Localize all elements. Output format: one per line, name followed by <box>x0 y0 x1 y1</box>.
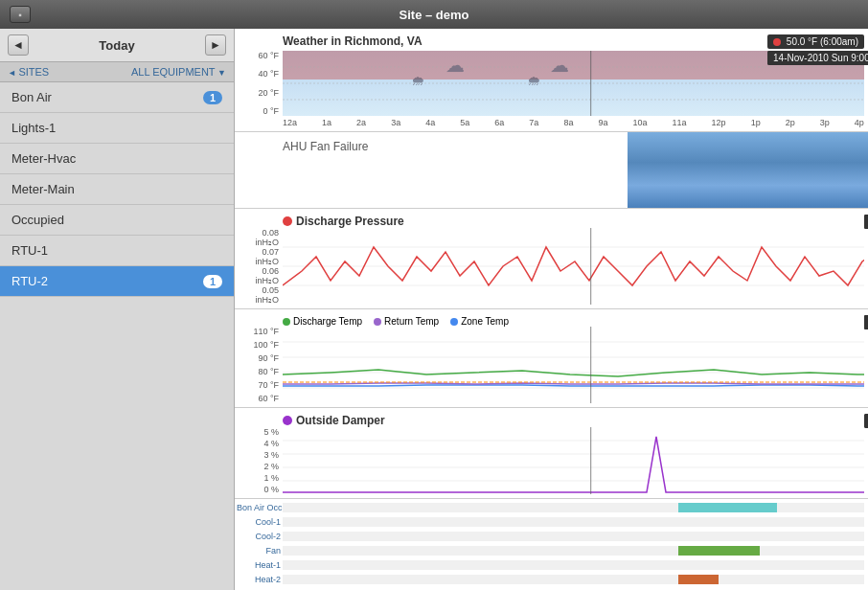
window-icon: ▪ <box>18 10 22 20</box>
tooltip-temp: 50.0 °F (6:00am) <box>767 34 864 49</box>
schedule-bar-container <box>283 517 864 527</box>
schedule-bar-container <box>283 532 864 541</box>
tooltip-damper-time: 14-Nov-2010 Sun 9:00:25am EST <box>864 414 868 428</box>
sidebar-header: SITES ALL EQUIPMENT <box>0 62 234 82</box>
schedule-bar-container <box>283 546 864 556</box>
discharge-pressure-svg <box>283 228 864 305</box>
svg-rect-1 <box>283 51 864 79</box>
schedule-bars: Bon Air OccupiedCool-1Cool-2FanHeat-1Hea… <box>283 501 864 586</box>
schedule-row-label: Heat-1 <box>237 560 281 570</box>
ahu-blue-bar <box>628 132 868 208</box>
sidebar-item-badge: 1 <box>203 91 222 104</box>
schedule-bar-container <box>283 560 864 570</box>
schedule-row-label: Cool-2 <box>237 532 281 541</box>
legend-return-temp: Return Temp <box>374 316 439 327</box>
tooltip-dp-time: 14-Nov-2010 Sun 9:00:25am EST <box>864 215 868 229</box>
sites-link[interactable]: SITES <box>8 66 49 78</box>
schedule-section: Bon Air OccupiedCool-1Cool-2FanHeat-1Hea… <box>235 499 868 590</box>
weather-chart-section: Weather in Richmond, VA 50.0 °F (6:00am)… <box>235 29 868 132</box>
schedule-row-3: Fan <box>283 544 864 557</box>
ahu-label: AHU Fan Failure <box>283 140 368 153</box>
svg-rect-15 <box>283 327 864 403</box>
sidebar-item-label: Occupied <box>11 213 64 227</box>
window-button[interactable]: ▪ <box>10 6 31 23</box>
schedule-bar-container <box>283 503 864 512</box>
sidebar-item-occupied[interactable]: Occupied <box>0 205 234 236</box>
damper-y-axis: 5 % 4 % 3 % 2 % 1 % 0 % <box>237 427 281 494</box>
sidebar-item-bon-air[interactable]: Bon Air1 <box>0 82 234 113</box>
sidebar-item-label: Meter-Hvac <box>11 151 76 166</box>
sidebar-item-label: Meter-Main <box>11 182 75 196</box>
outside-damper-section: Outside Damper 5.0 % 14-Nov-2010 Sun 9:0… <box>235 408 868 499</box>
sidebar-item-label: RTU-1 <box>11 243 48 258</box>
schedule-row-0: Bon Air Occupied <box>283 501 864 514</box>
sidebar-item-badge: 1 <box>203 275 222 288</box>
temp-y-axis: 110 °F 100 °F 90 °F 80 °F 70 °F 60 °F <box>237 327 281 403</box>
weather-y-axis: 60 °F 40 °F 20 °F 0 °F <box>237 51 281 116</box>
schedule-row-5: Heat-2 <box>283 573 864 586</box>
content-area[interactable]: Weather in Richmond, VA 50.0 °F (6:00am)… <box>235 29 868 590</box>
right-arrow-icon: ► <box>210 38 221 52</box>
main-layout: ◄ Today ► SITES ALL EQUIPMENT Bon Air1Li… <box>0 29 868 590</box>
svg-text:🌧: 🌧 <box>527 73 540 88</box>
schedule-bar-container <box>283 575 864 584</box>
schedule-bar <box>678 503 777 512</box>
temp-legend: Discharge Temp Return Temp Zone Temp <box>235 315 516 327</box>
all-equipment-link[interactable]: ALL EQUIPMENT <box>131 66 226 78</box>
nav-next-button[interactable]: ► <box>205 34 226 56</box>
discharge-pressure-dot <box>283 216 292 226</box>
tooltip-dp-value: .08 inH₂O <box>864 215 868 229</box>
dp-y-axis: 0.08 inH₂O 0.07 inH₂O 0.06 inH₂O 0.05 in… <box>237 228 281 305</box>
nav-bar: ◄ Today ► <box>0 29 234 62</box>
sidebar-item-rtu-1[interactable]: RTU-1 <box>0 236 234 266</box>
nav-prev-button[interactable]: ◄ <box>8 34 29 56</box>
tooltip-temp-time: 14-Nov-2010 Sun 9:00:25am EST <box>864 315 868 329</box>
legend-zone-temp: Zone Temp <box>450 316 509 327</box>
sidebar-item-meter-main[interactable]: Meter-Main <box>0 174 234 205</box>
sidebar-item-rtu-2[interactable]: RTU-21 <box>0 266 234 297</box>
outside-damper-title: Outside Damper <box>235 412 393 427</box>
legend-discharge-temp: Discharge Temp <box>283 316 362 327</box>
sidebar-item-lights-1[interactable]: Lights-1 <box>0 113 234 144</box>
sidebar: ◄ Today ► SITES ALL EQUIPMENT Bon Air1Li… <box>0 29 235 590</box>
tooltip-temp-discharge: 68.964 °F <box>864 315 868 329</box>
damper-svg <box>283 427 864 494</box>
svg-text:🌧: 🌧 <box>411 73 424 88</box>
weather-x-axis: 12a 1a 2a 3a 4a 5a 6a 7a 8a 9a 10a 11a 1… <box>235 118 864 127</box>
tooltip-temp-return: 67.284 °F <box>864 315 868 329</box>
weather-chart-title: Weather in Richmond, VA <box>235 33 430 48</box>
outside-damper-dot <box>283 416 292 425</box>
temp-svg <box>283 327 864 403</box>
ahu-fan-failure-section: AHU Fan Failure <box>235 132 868 209</box>
tooltip-damper-value: 5.0 % <box>864 414 868 428</box>
sidebar-item-label: RTU-2 <box>11 274 48 288</box>
sidebar-item-label: Lights-1 <box>11 121 56 135</box>
schedule-row-label: Fan <box>237 546 281 556</box>
titlebar: ▪ Site – demo <box>0 0 868 29</box>
sidebar-items-list: Bon Air1Lights-1Meter-HvacMeter-MainOccu… <box>0 82 234 297</box>
nav-current-label: Today <box>99 38 134 53</box>
svg-text:☁: ☁ <box>445 55 465 76</box>
temp-chart-section: Discharge Temp Return Temp Zone Temp 70.… <box>235 309 868 408</box>
tooltip-dp-temp: 78.59 °F <box>864 215 868 229</box>
weather-svg: ☁ 🌧 ☁ 🌧 <box>283 51 864 116</box>
svg-text:☁: ☁ <box>550 55 569 76</box>
svg-rect-21 <box>283 427 864 494</box>
schedule-row-2: Cool-2 <box>283 530 864 543</box>
discharge-pressure-section: Discharge Pressure .08 inH₂O 14-Nov-2010… <box>235 209 868 309</box>
tooltip-temp-sp: 70.0 °F b Sp <box>864 315 868 329</box>
schedule-row-label: Bon Air Occupied <box>237 503 281 512</box>
schedule-row-label: Heat-2 <box>237 575 281 584</box>
discharge-pressure-title: Discharge Pressure <box>235 213 412 228</box>
schedule-bar <box>678 575 719 584</box>
left-arrow-icon: ◄ <box>12 38 24 52</box>
sidebar-item-label: Bon Air <box>11 90 52 104</box>
schedule-row-4: Heat-1 <box>283 558 864 572</box>
title-text: Site – demo <box>400 8 469 22</box>
schedule-bar <box>678 546 760 556</box>
schedule-row-label: Cool-1 <box>237 517 281 527</box>
sidebar-item-meter-hvac[interactable]: Meter-Hvac <box>0 144 234 174</box>
schedule-row-1: Cool-1 <box>283 515 864 529</box>
